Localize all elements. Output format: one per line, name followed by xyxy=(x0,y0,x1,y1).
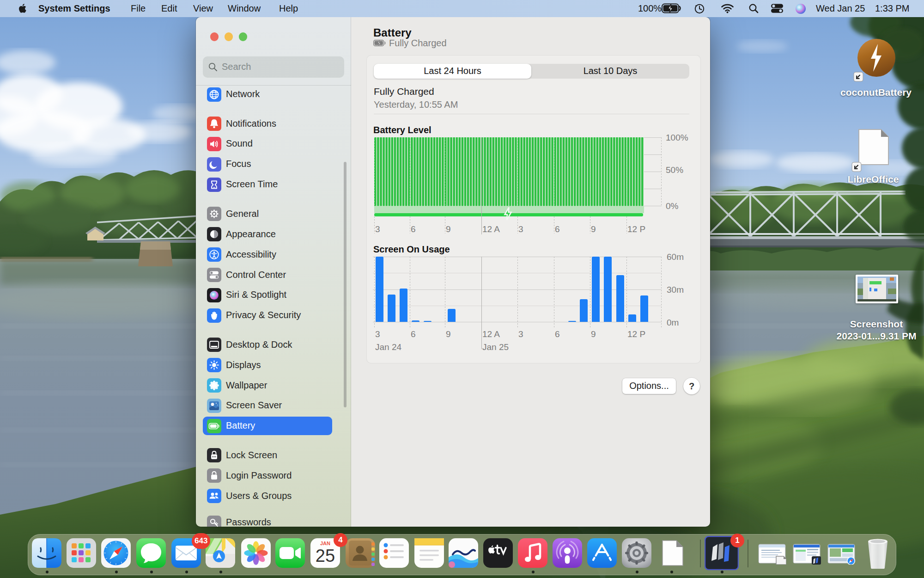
svg-text:JAN: JAN xyxy=(320,541,330,546)
svg-text:25: 25 xyxy=(316,546,335,566)
